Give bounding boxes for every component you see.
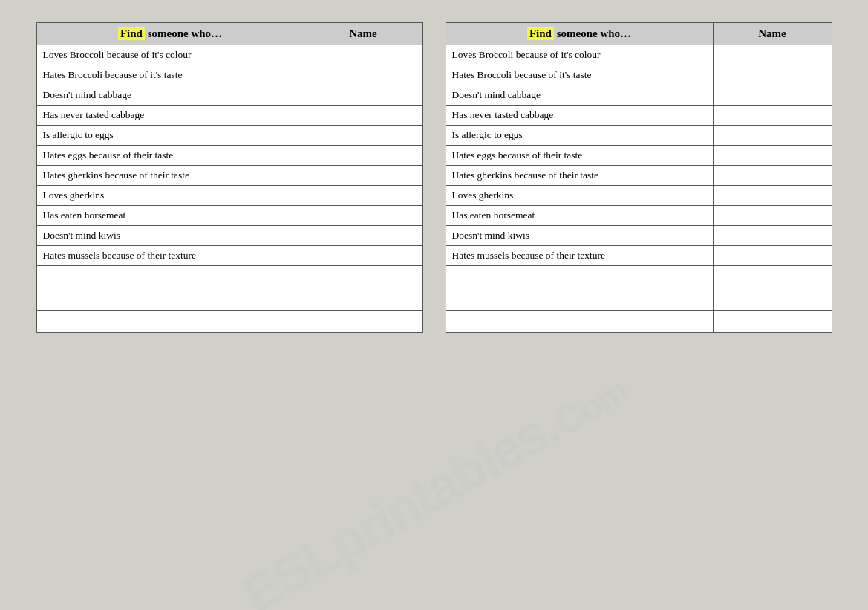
table-row: Hates gherkins because of their taste [446,166,832,186]
item-cell-1-4: Is allergic to eggs [446,126,713,146]
item-cell-1-3: Has never tasted cabbage [446,106,713,126]
item-cell-1-6: Hates gherkins because of their taste [446,166,713,186]
table-left: Find someone who…NameLoves Broccoli beca… [36,22,423,333]
name-header-1: Name [713,23,832,45]
item-cell-1-10: Hates mussels because of their texture [446,246,713,266]
find-header-1: Find someone who… [446,23,713,45]
item-cell-0-0: Loves Broccoli because of it's colour [36,45,304,65]
name-cell-1-10[interactable] [713,246,832,266]
name-cell-0-8[interactable] [304,206,422,226]
name-cell-1-2[interactable] [713,85,832,106]
name-cell-1-5[interactable] [713,146,832,166]
item-cell-0-4: Is allergic to eggs [36,126,304,146]
table-row: Hates eggs because of their taste [36,146,422,166]
item-cell-0-1: Hates Broccoli because of it's taste [36,65,304,85]
table-row [446,288,832,311]
item-cell-1-0: Loves Broccoli because of it's colour [446,45,713,65]
name-cell-1-4[interactable] [713,126,832,146]
name-cell-0-5[interactable] [304,146,422,166]
table-row: Hates mussels because of their texture [36,246,422,266]
table-row: Has never tasted cabbage [36,106,422,126]
item-cell-1-12 [446,288,713,311]
table-row: Has never tasted cabbage [446,106,832,126]
name-cell-1-0[interactable] [713,45,832,65]
table-row: Loves Broccoli because of it's colour [446,45,832,65]
name-cell-0-4[interactable] [304,126,422,146]
item-cell-0-8: Has eaten horsemeat [36,206,304,226]
item-cell-0-11 [36,266,304,288]
table-row: Is allergic to eggs [36,126,422,146]
item-cell-0-9: Doesn't mind kiwis [36,226,304,246]
table-row: Hates Broccoli because of it's taste [446,65,832,85]
table-row: Doesn't mind kiwis [36,226,422,246]
name-cell-1-1[interactable] [713,65,832,85]
tables-container: Find someone who…NameLoves Broccoli beca… [36,22,832,333]
table-row [446,266,832,288]
table-row: Hates eggs because of their taste [446,146,832,166]
item-cell-0-2: Doesn't mind cabbage [36,85,304,106]
table-row: Is allergic to eggs [446,126,832,146]
name-cell-1-12[interactable] [713,288,832,311]
name-cell-0-2[interactable] [304,85,422,106]
item-cell-0-6: Hates gherkins because of their taste [36,166,304,186]
name-cell-0-10[interactable] [304,246,422,266]
item-cell-1-13 [446,311,713,333]
item-cell-1-2: Doesn't mind cabbage [446,85,713,106]
name-cell-0-3[interactable] [304,106,422,126]
name-cell-0-9[interactable] [304,226,422,246]
name-cell-0-13[interactable] [304,311,422,333]
table-row: Doesn't mind cabbage [36,85,422,106]
name-cell-1-13[interactable] [713,311,832,333]
item-cell-1-5: Hates eggs because of their taste [446,146,713,166]
name-cell-1-3[interactable] [713,106,832,126]
item-cell-0-10: Hates mussels because of their texture [36,246,304,266]
table-row: Hates mussels because of their texture [446,246,832,266]
item-cell-1-7: Loves gherkins [446,186,713,206]
find-header-0: Find someone who… [36,23,304,45]
table-row: Loves gherkins [36,186,422,206]
table-row: Has eaten horsemeat [36,206,422,226]
table-row: Doesn't mind cabbage [446,85,832,106]
item-cell-1-9: Doesn't mind kiwis [446,226,713,246]
table-right: Find someone who…NameLoves Broccoli beca… [446,22,832,333]
table-row [36,266,422,288]
item-cell-1-1: Hates Broccoli because of it's taste [446,65,713,85]
table-row: Doesn't mind kiwis [446,226,832,246]
table-row [36,311,422,333]
name-cell-1-8[interactable] [713,206,832,226]
name-cell-1-9[interactable] [713,226,832,246]
item-cell-1-8: Has eaten horsemeat [446,206,713,226]
name-cell-1-6[interactable] [713,166,832,186]
table-row: Hates Broccoli because of it's taste [36,65,422,85]
name-cell-0-11[interactable] [304,266,422,288]
item-cell-1-11 [446,266,713,288]
name-cell-0-7[interactable] [304,186,422,206]
table-row: Loves Broccoli because of it's colour [36,45,422,65]
table-row [36,288,422,311]
item-cell-0-7: Loves gherkins [36,186,304,206]
item-cell-0-12 [36,288,304,311]
item-cell-0-5: Hates eggs because of their taste [36,146,304,166]
name-cell-0-12[interactable] [304,288,422,311]
table-row: Loves gherkins [446,186,832,206]
name-cell-1-7[interactable] [713,186,832,206]
item-cell-0-13 [36,311,304,333]
name-header-0: Name [304,23,422,45]
name-cell-1-11[interactable] [713,266,832,288]
item-cell-0-3: Has never tasted cabbage [36,106,304,126]
name-cell-0-1[interactable] [304,65,422,85]
table-row: Has eaten horsemeat [446,206,832,226]
table-row [446,311,832,333]
watermark: ESLprintables.com [232,356,636,610]
name-cell-0-0[interactable] [304,45,422,65]
table-row: Hates gherkins because of their taste [36,166,422,186]
name-cell-0-6[interactable] [304,166,422,186]
